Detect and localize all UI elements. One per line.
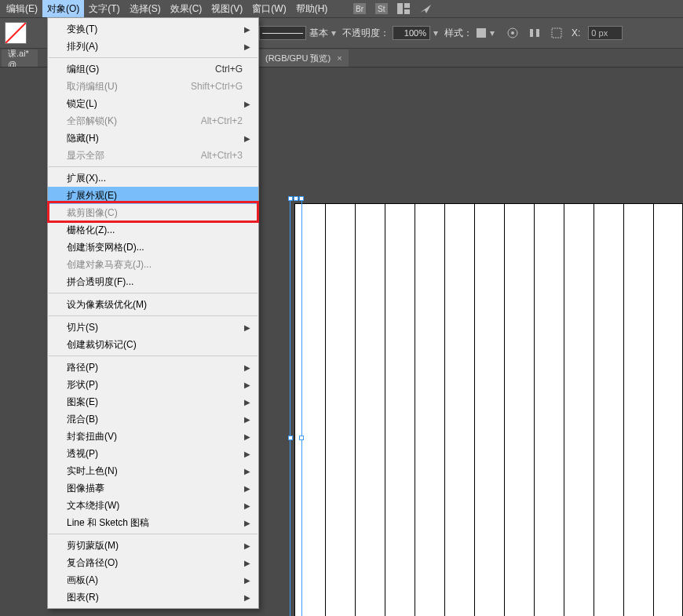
menu-item-shortcut: Ctrl+G xyxy=(215,64,243,75)
menu-item[interactable]: 变换(T)▶ xyxy=(48,20,258,38)
stroke-style-label: 基本 xyxy=(309,27,328,40)
svg-text:St: St xyxy=(378,5,385,13)
grid-line xyxy=(385,204,385,616)
submenu-arrow-icon: ▶ xyxy=(244,467,250,476)
selection-handle[interactable] xyxy=(288,196,293,201)
menu-item-label: 创建对象马赛克(J)... xyxy=(67,258,152,272)
selection-handle[interactable] xyxy=(288,436,293,440)
tab-document-main[interactable]: (RGB/GPU 预览) × xyxy=(259,49,349,67)
menu-item[interactable]: 切片(S)▶ xyxy=(48,319,258,336)
menu-item[interactable]: 锁定(L)▶ xyxy=(48,95,258,112)
artboard[interactable] xyxy=(294,203,683,616)
menu-item[interactable]: 形状(P)▶ xyxy=(48,376,258,393)
menu-text[interactable]: 文字(T) xyxy=(84,0,124,17)
menu-item: 取消编组(U)Shift+Ctrl+G xyxy=(48,78,258,95)
menu-item[interactable]: 文本绕排(W)▶ xyxy=(48,497,258,514)
menu-item[interactable]: 设为像素级优化(M) xyxy=(48,296,258,313)
svg-point-9 xyxy=(511,31,514,35)
menu-view[interactable]: 视图(V) xyxy=(206,0,247,17)
submenu-arrow-icon: ▶ xyxy=(244,593,250,602)
menu-item[interactable]: 图像描摹▶ xyxy=(48,479,258,497)
align-icon[interactable] xyxy=(528,26,542,40)
menu-item-label: 变换(T) xyxy=(67,23,97,36)
menu-item-label: 图像描摹 xyxy=(67,482,104,495)
bridge-icon[interactable]: Br xyxy=(352,2,367,16)
style-swatch[interactable] xyxy=(476,27,487,38)
menu-item: 显示全部Alt+Ctrl+3 xyxy=(48,147,258,164)
menu-item[interactable]: 排列(A)▶ xyxy=(48,38,258,55)
svg-rect-12 xyxy=(552,28,561,38)
selection-box[interactable] xyxy=(290,198,302,616)
menu-separator xyxy=(49,355,257,356)
svg-text:Br: Br xyxy=(356,5,364,13)
menu-separator xyxy=(49,57,257,58)
menu-select[interactable]: 选择(S) xyxy=(125,0,166,17)
menu-item[interactable]: 扩展外观(E) xyxy=(48,187,258,204)
submenu-arrow-icon: ▶ xyxy=(244,134,250,143)
menu-item[interactable]: 图案(E)▶ xyxy=(48,393,258,410)
submenu-arrow-icon: ▶ xyxy=(244,323,250,332)
menu-item[interactable]: 拼合透明度(F)... xyxy=(48,273,258,290)
menu-item[interactable]: 路径(P)▶ xyxy=(48,359,258,376)
style-field: 样式： ▾ xyxy=(444,27,495,40)
menu-separator xyxy=(49,293,257,293)
menu-item[interactable]: 封套扭曲(V)▶ xyxy=(48,428,258,445)
menu-item[interactable]: 图表(R)▶ xyxy=(48,589,258,606)
menu-item[interactable]: 栅格化(Z)... xyxy=(48,221,258,239)
menu-item[interactable]: Line 和 Sketch 图稿▶ xyxy=(48,514,258,531)
grid-line xyxy=(564,204,564,616)
opacity-input[interactable]: 100% xyxy=(393,26,430,40)
menu-item-label: 形状(P) xyxy=(67,378,98,392)
stock-icon[interactable]: St xyxy=(374,2,389,16)
fill-stroke-swatch[interactable] xyxy=(5,22,27,44)
menu-item-label: 图案(E) xyxy=(67,395,98,409)
grid-line xyxy=(594,204,594,616)
menu-help[interactable]: 帮助(H) xyxy=(291,0,333,17)
menu-item[interactable]: 编组(G)Ctrl+G xyxy=(48,60,258,78)
submenu-arrow-icon: ▶ xyxy=(244,42,250,51)
arrange-docs-icon[interactable] xyxy=(396,2,411,16)
grid-line xyxy=(444,204,445,616)
recolor-icon[interactable] xyxy=(506,26,520,40)
close-icon[interactable]: × xyxy=(337,53,342,63)
menu-window[interactable]: 窗口(W) xyxy=(247,0,290,17)
opacity-label: 不透明度： xyxy=(342,27,389,40)
object-menu-dropdown: 变换(T)▶排列(A)▶编组(G)Ctrl+G取消编组(U)Shift+Ctrl… xyxy=(47,17,259,609)
menu-item-label: 裁剪图像(C) xyxy=(67,206,118,220)
menu-item[interactable]: 剪切蒙版(M)▶ xyxy=(48,537,258,554)
selection-handle[interactable] xyxy=(294,196,298,201)
submenu-arrow-icon: ▶ xyxy=(244,501,250,510)
menu-effect[interactable]: 效果(C) xyxy=(166,0,207,17)
menu-edit[interactable]: 编辑(E) xyxy=(2,0,42,17)
menu-item[interactable]: 创建裁切标记(C) xyxy=(48,336,258,353)
tab-document-left[interactable]: 课.ai* @ xyxy=(2,49,38,67)
paperplane-icon[interactable] xyxy=(418,2,433,16)
menu-item[interactable]: 实时上色(N)▶ xyxy=(48,462,258,479)
svg-rect-4 xyxy=(397,3,403,14)
menu-object[interactable]: 对象(O) xyxy=(42,0,84,17)
menu-item-label: 扩展外观(E) xyxy=(67,189,117,202)
menu-item[interactable]: 混合(B)▶ xyxy=(48,410,258,428)
grid-line xyxy=(474,204,475,616)
selection-handle[interactable] xyxy=(299,196,304,201)
menu-item[interactable]: 画板(A)▶ xyxy=(48,571,258,589)
transform-icon[interactable] xyxy=(550,26,564,40)
menu-item[interactable]: 透视(P)▶ xyxy=(48,445,258,462)
menu-item[interactable]: 扩展(X)... xyxy=(48,169,258,187)
x-value-input[interactable]: 0 px xyxy=(588,26,623,40)
selection-handle[interactable] xyxy=(299,436,304,440)
stroke-style-field[interactable]: 基本 ▾ xyxy=(259,26,336,40)
menu-item-label: 锁定(L) xyxy=(67,97,97,111)
submenu-arrow-icon: ▶ xyxy=(244,576,250,585)
menu-item[interactable]: 隐藏(H)▶ xyxy=(48,129,258,147)
menu-item: 全部解锁(K)Alt+Ctrl+2 xyxy=(48,112,258,129)
menu-separator xyxy=(49,166,257,167)
menu-item-label: 实时上色(N) xyxy=(67,465,118,478)
svg-rect-5 xyxy=(404,3,410,8)
menu-item[interactable]: 创建渐变网格(D)... xyxy=(48,239,258,256)
svg-rect-10 xyxy=(530,29,533,37)
menu-item-label: Line 和 Sketch 图稿 xyxy=(67,516,149,530)
menu-item[interactable]: 复合路径(O)▶ xyxy=(48,554,258,571)
menu-item-label: 画板(A) xyxy=(67,574,98,587)
menu-item-label: 取消编组(U) xyxy=(67,80,118,93)
